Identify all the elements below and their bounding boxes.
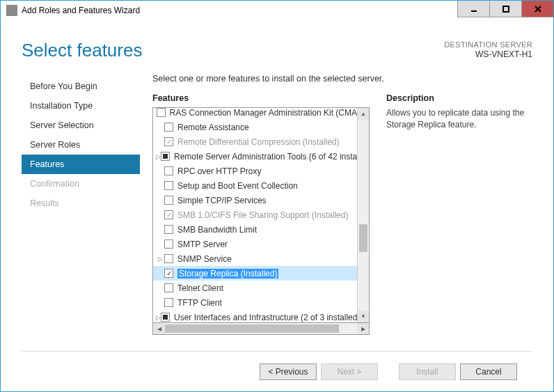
feature-item[interactable]: ▷Remote Server Administration Tools (6 o… [153, 149, 357, 164]
content-area: Select features DESTINATION SERVER WS-VN… [1, 20, 553, 391]
feature-label: Setup and Boot Event Collection [177, 181, 298, 191]
feature-label: SNMP Service [177, 254, 232, 264]
feature-checkbox[interactable] [164, 123, 173, 132]
footer: < Previous Next > Install Cancel [22, 351, 532, 391]
nav-server-selection[interactable]: Server Selection [22, 116, 140, 135]
expand-icon[interactable]: ▷ [156, 256, 164, 262]
feature-label: Remote Differential Compression (Install… [177, 137, 340, 147]
expand-icon[interactable]: ▷ [156, 314, 161, 321]
scroll-left-arrow[interactable]: ◀ [153, 323, 165, 334]
destination-box: DESTINATION SERVER WS-VNEXT-H1 [444, 40, 532, 61]
nav-server-roles[interactable]: Server Roles [22, 135, 140, 155]
features-heading: Features [152, 93, 370, 103]
right-pane: Select one or more features to install o… [140, 74, 532, 351]
nav-features[interactable]: Features [22, 155, 140, 174]
app-icon [6, 5, 17, 16]
window-controls [457, 1, 553, 20]
feature-label: RPC over HTTP Proxy [177, 166, 261, 176]
destination-label: DESTINATION SERVER [444, 40, 532, 49]
feature-label: Storage Replica (Installed) [177, 269, 278, 279]
hscroll-thumb[interactable] [165, 324, 339, 333]
feature-label: User Interfaces and Infrastructure (2 of… [174, 313, 357, 322]
feature-item[interactable]: Storage Replica (Installed) [153, 266, 357, 281]
feature-checkbox[interactable] [164, 254, 173, 263]
header-row: Select features DESTINATION SERVER WS-VN… [22, 40, 532, 61]
feature-item[interactable]: RPC over HTTP Proxy [153, 164, 357, 178]
feature-label: RAS Connection Manager Administration Ki… [170, 108, 357, 118]
feature-checkbox[interactable] [164, 283, 173, 292]
features-list-inner: RAS Connection Manager Administration Ki… [153, 108, 357, 322]
feature-checkbox[interactable] [164, 298, 173, 307]
scroll-up-arrow[interactable]: ▲ [358, 108, 369, 120]
feature-item[interactable]: RAS Connection Manager Administration Ki… [153, 108, 357, 120]
expand-icon[interactable]: ▷ [156, 153, 161, 160]
feature-label: Simple TCP/IP Services [177, 196, 267, 205]
feature-checkbox[interactable] [164, 196, 173, 205]
nav-installation-type[interactable]: Installation Type [22, 96, 140, 116]
wizard-nav: Before You Begin Installation Type Serve… [22, 74, 140, 351]
next-button: Next > [321, 363, 378, 380]
feature-checkbox [164, 137, 173, 146]
minimize-button[interactable] [457, 1, 489, 17]
scroll-down-arrow[interactable]: ▼ [358, 311, 369, 322]
page-title: Select features [22, 40, 142, 61]
scroll-right-arrow[interactable]: ▶ [357, 323, 369, 334]
feature-label: Remote Assistance [177, 123, 249, 132]
description-column: Description Allows you to replicate data… [386, 93, 532, 351]
feature-checkbox[interactable] [157, 108, 166, 117]
feature-label: SMTP Server [177, 240, 228, 249]
svg-rect-1 [503, 6, 509, 12]
feature-checkbox [164, 210, 173, 219]
feature-item[interactable]: Simple TCP/IP Services [153, 193, 357, 207]
feature-checkbox[interactable] [164, 269, 173, 278]
feature-checkbox[interactable] [164, 225, 173, 234]
hscroll-track[interactable] [165, 323, 357, 334]
scroll-track[interactable] [358, 120, 369, 311]
description-heading: Description [386, 93, 532, 103]
feature-item[interactable]: Setup and Boot Event Collection [153, 178, 357, 193]
cancel-button[interactable]: Cancel [460, 363, 517, 380]
feature-item[interactable]: Telnet Client [153, 281, 357, 295]
panels: Features RAS Connection Manager Administ… [152, 93, 532, 351]
feature-item[interactable]: TFTP Client [153, 295, 357, 310]
feature-item[interactable]: ▷SNMP Service [153, 251, 357, 266]
feature-item[interactable]: ▷User Interfaces and Infrastructure (2 o… [153, 310, 357, 322]
feature-item[interactable]: Remote Differential Compression (Install… [153, 134, 357, 149]
feature-label: Telnet Client [177, 283, 223, 293]
features-column: Features RAS Connection Manager Administ… [152, 93, 370, 351]
nav-results: Results [22, 194, 140, 213]
feature-label: SMB Bandwidth Limit [177, 225, 257, 235]
main-row: Before You Begin Installation Type Serve… [22, 74, 532, 351]
scroll-thumb[interactable] [359, 224, 367, 252]
window-title: Add Roles and Features Wizard [22, 6, 457, 15]
nav-confirmation: Confirmation [22, 174, 140, 194]
feature-item[interactable]: SMB 1.0/CIFS File Sharing Support (Insta… [153, 207, 357, 222]
nav-before-you-begin[interactable]: Before You Begin [22, 77, 140, 96]
install-button: Install [399, 363, 456, 380]
feature-item[interactable]: SMTP Server [153, 237, 357, 251]
destination-server: WS-VNEXT-H1 [444, 49, 532, 61]
vertical-scrollbar[interactable]: ▲ ▼ [357, 108, 369, 322]
feature-checkbox[interactable] [164, 166, 173, 175]
features-listbox[interactable]: RAS Connection Manager Administration Ki… [152, 107, 370, 323]
feature-checkbox[interactable] [161, 152, 170, 161]
feature-label: SMB 1.0/CIFS File Sharing Support (Insta… [177, 210, 348, 220]
maximize-button[interactable] [489, 1, 521, 17]
instruction-text: Select one or more features to install o… [152, 74, 532, 84]
feature-checkbox[interactable] [164, 181, 173, 190]
feature-label: TFTP Client [177, 298, 222, 308]
feature-checkbox[interactable] [164, 240, 173, 249]
feature-item[interactable]: Remote Assistance [153, 120, 357, 134]
feature-checkbox[interactable] [161, 313, 170, 322]
close-button[interactable] [521, 1, 553, 17]
previous-button[interactable]: < Previous [260, 363, 317, 380]
horizontal-scrollbar[interactable]: ◀ ▶ [152, 323, 370, 335]
description-text: Allows you to replicate data using the S… [386, 107, 532, 131]
feature-item[interactable]: SMB Bandwidth Limit [153, 222, 357, 237]
feature-label: Remote Server Administration Tools (6 of… [174, 152, 357, 162]
titlebar: Add Roles and Features Wizard [1, 1, 553, 20]
